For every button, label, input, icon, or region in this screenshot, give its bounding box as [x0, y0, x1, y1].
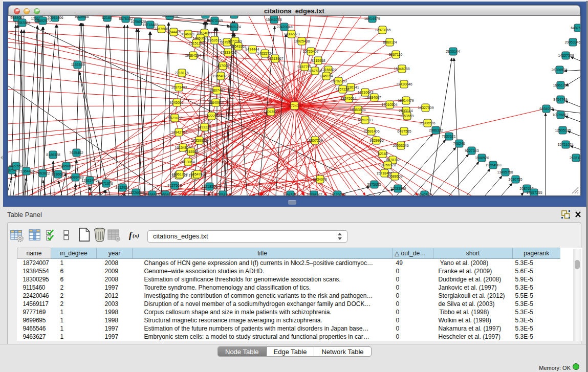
- svg-text:1916682: 1916682: [51, 172, 65, 176]
- svg-text:16033809: 16033809: [390, 187, 406, 190]
- svg-text:9329966: 9329966: [75, 16, 89, 18]
- svg-text:14353594: 14353594: [14, 21, 30, 25]
- svg-text:2935114: 2935114: [570, 156, 580, 160]
- svg-text:14327509: 14327509: [418, 106, 433, 110]
- svg-text:62160: 62160: [378, 152, 388, 156]
- svg-text:7632621: 7632621: [442, 135, 455, 138]
- svg-text:8938923: 8938923: [145, 193, 159, 195]
- svg-text:1621022: 1621022: [168, 116, 182, 120]
- svg-text:2367608: 2367608: [154, 27, 168, 31]
- svg-text:16961758: 16961758: [553, 83, 569, 87]
- svg-text:2803144: 2803144: [446, 50, 460, 53]
- svg-text:12093573: 12093573: [263, 110, 279, 114]
- svg-text:16914479: 16914479: [398, 99, 413, 102]
- svg-text:26206576: 26206576: [551, 68, 567, 72]
- svg-text:9474444: 9474444: [245, 48, 259, 51]
- svg-text:12973165: 12973165: [375, 28, 390, 32]
- svg-text:2986322: 2986322: [429, 128, 443, 132]
- svg-text:2718176: 2718176: [175, 71, 188, 75]
- svg-text:10688609: 10688609: [162, 16, 178, 17]
- svg-text:12505135: 12505135: [555, 128, 571, 132]
- svg-text:22420046: 22420046: [276, 25, 292, 29]
- svg-text:8860124: 8860124: [383, 40, 397, 44]
- svg-text:7625402: 7625402: [69, 151, 83, 155]
- svg-text:417006: 417006: [217, 64, 229, 68]
- svg-text:15751074: 15751074: [557, 143, 573, 146]
- svg-text:1167534: 1167534: [308, 69, 322, 73]
- svg-text:12156829: 12156829: [320, 68, 336, 72]
- svg-text:10975887: 10975887: [552, 113, 568, 117]
- svg-text:16782759: 16782759: [331, 79, 346, 83]
- svg-text:21364436: 21364436: [18, 169, 34, 173]
- svg-text:7357224: 7357224: [335, 87, 349, 91]
- svg-text:10973493: 10973493: [171, 85, 187, 89]
- svg-text:1153559: 1153559: [400, 114, 414, 118]
- svg-text:62160: 62160: [102, 16, 112, 19]
- svg-text:7515545: 7515545: [184, 150, 198, 154]
- svg-text:18245514: 18245514: [340, 97, 356, 100]
- svg-text:3912954: 3912954: [115, 186, 129, 189]
- svg-text:9242848: 9242848: [418, 193, 431, 195]
- svg-text:9457791: 9457791: [297, 65, 311, 69]
- svg-text:8427552: 8427552: [9, 164, 23, 168]
- svg-text:19384554: 19384554: [185, 54, 201, 57]
- svg-text:16120746: 16120746: [330, 193, 345, 195]
- svg-text:13495758: 13495758: [497, 170, 513, 174]
- svg-text:3875685: 3875685: [367, 183, 381, 186]
- svg-text:15046788: 15046788: [266, 18, 281, 21]
- svg-text:19218506: 19218506: [201, 185, 217, 188]
- svg-text:9146821: 9146821: [181, 32, 194, 36]
- svg-text:10025438: 10025438: [294, 39, 310, 43]
- svg-text:7485063: 7485063: [59, 164, 73, 168]
- svg-text:20053346: 20053346: [564, 40, 580, 44]
- svg-text:1145194: 1145194: [319, 74, 333, 78]
- svg-text:16648784: 16648784: [282, 193, 298, 195]
- svg-text:15692971: 15692971: [35, 19, 51, 23]
- svg-text:10654112: 10654112: [215, 193, 231, 195]
- svg-text:7955812: 7955812: [159, 193, 172, 195]
- svg-text:20691406: 20691406: [47, 16, 63, 19]
- svg-text:8186328: 8186328: [46, 153, 60, 157]
- svg-text:746246: 746246: [453, 142, 465, 145]
- svg-text:1962615: 1962615: [207, 38, 221, 42]
- svg-text:10756928: 10756928: [380, 163, 396, 167]
- svg-text:1522234: 1522234: [205, 114, 219, 118]
- svg-text:10958107: 10958107: [306, 193, 322, 195]
- svg-text:13226058: 13226058: [128, 191, 144, 194]
- svg-text:6934078: 6934078: [313, 178, 326, 181]
- svg-text:9329966: 9329966: [369, 139, 383, 142]
- svg-text:18724007: 18724007: [287, 104, 302, 107]
- svg-text:8813054: 8813054: [181, 160, 194, 164]
- svg-text:6487565: 6487565: [571, 26, 580, 30]
- svg-text:12213967: 12213967: [267, 57, 283, 60]
- svg-text:17957255: 17957255: [526, 191, 542, 194]
- svg-text:3493222: 3493222: [197, 125, 211, 129]
- svg-text:15692971: 15692971: [357, 118, 373, 122]
- svg-text:(x): (x): [133, 232, 139, 239]
- svg-text:17333426: 17333426: [220, 51, 236, 54]
- svg-text:12942757: 12942757: [171, 130, 187, 134]
- svg-text:6487565: 6487565: [397, 129, 411, 133]
- svg-text:9227343: 9227343: [465, 149, 478, 152]
- svg-text:9245052: 9245052: [169, 101, 183, 104]
- svg-text:20691406: 20691406: [363, 129, 379, 133]
- svg-text:9127508: 9127508: [167, 184, 181, 187]
- svg-text:10807487: 10807487: [209, 89, 225, 92]
- svg-text:17359928: 17359928: [191, 139, 207, 142]
- svg-text:18807209: 18807209: [198, 16, 213, 16]
- svg-text:6934078: 6934078: [539, 107, 553, 111]
- svg-text:14353594: 14353594: [350, 108, 365, 112]
- svg-text:16210643: 16210643: [357, 91, 373, 94]
- svg-text:9884067: 9884067: [367, 96, 381, 99]
- svg-text:8454749: 8454749: [553, 98, 567, 101]
- svg-text:17010504: 17010504: [381, 103, 397, 106]
- svg-text:8471676: 8471676: [99, 182, 113, 185]
- svg-text:8454749: 8454749: [190, 172, 204, 176]
- svg-text:16914479: 16914479: [364, 17, 380, 20]
- svg-text:1244415: 1244415: [167, 30, 181, 34]
- svg-text:15720407: 15720407: [302, 50, 318, 53]
- svg-text:7463822: 7463822: [36, 171, 50, 175]
- svg-text:15046788: 15046788: [394, 67, 409, 71]
- svg-text:16151132: 16151132: [189, 41, 205, 45]
- svg-text:19654983: 19654983: [485, 163, 501, 167]
